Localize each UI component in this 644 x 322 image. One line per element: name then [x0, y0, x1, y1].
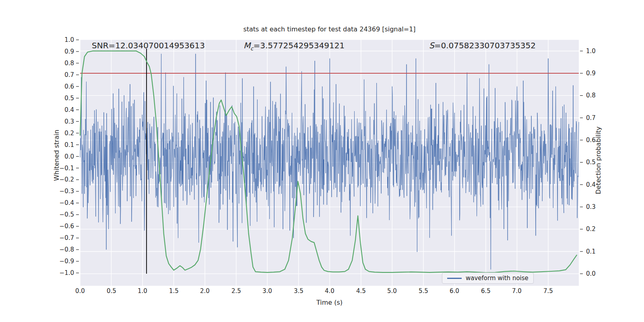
x-tick-label: 2.5 [224, 287, 248, 295]
s-value: =0.07582330703735352 [434, 41, 536, 50]
x-tick-label: 7.5 [536, 287, 560, 295]
legend-line-swatch [447, 278, 462, 279]
y-left-tick-label: 0.4 [53, 106, 74, 114]
y-left-tick-label: −0.2 [53, 176, 74, 183]
figure: stats at each timestep for test data 243… [0, 0, 644, 322]
x-tick-label: 4.5 [349, 287, 373, 295]
y-left-tick-label: 0.0 [53, 153, 74, 160]
x-tick-label: 0.0 [68, 287, 92, 295]
x-tick-label: 7.0 [505, 287, 529, 295]
x-tick-label: 0.5 [99, 287, 124, 295]
y-right-tick-label: 0.0 [586, 270, 607, 277]
x-tick-label: 3.0 [255, 287, 279, 295]
y-left-tick-label: 0.9 [53, 48, 74, 55]
mc-value: =3.577254295349121 [253, 41, 345, 50]
y-left-tick-label: −0.4 [53, 199, 74, 206]
y-left-tick-label: 0.3 [53, 118, 74, 125]
x-tick-label: 4.0 [318, 287, 342, 295]
legend: waveform with noise [442, 272, 534, 284]
y-right-tick-label: 0.5 [586, 159, 607, 166]
y-left-tick-label: −0.9 [53, 258, 74, 265]
mc-symbol: M [244, 41, 250, 50]
y-right-tick-label: 0.2 [586, 225, 607, 233]
annotation-s-stat: S=0.07582330703735352 [429, 41, 536, 50]
legend-label: waveform with noise [466, 275, 528, 282]
y-left-tick-label: −0.8 [53, 246, 74, 253]
x-tick-label: 6.5 [474, 287, 498, 295]
y-left-tick-label: −1.0 [53, 269, 74, 277]
y-left-tick-label: 0.5 [53, 95, 74, 102]
y-right-tick-label: 0.3 [586, 203, 607, 211]
y-left-tick-label: 1.0 [53, 36, 74, 43]
y-left-tick-label: 0.7 [53, 71, 74, 78]
y-right-tick-label: 0.7 [586, 114, 607, 122]
s-symbol: S [429, 41, 434, 50]
y-right-tick-label: 0.1 [586, 248, 607, 255]
y-right-tick-label: 0.4 [586, 181, 607, 188]
x-tick-label: 5.0 [380, 287, 404, 295]
y-left-tick-label: 0.8 [53, 60, 74, 67]
y-left-tick-label: 0.2 [53, 130, 74, 137]
x-tick-label: 6.0 [442, 287, 466, 295]
y-left-tick-label: −0.5 [53, 211, 74, 218]
y-left-tick-label: 0.6 [53, 83, 74, 90]
y-right-tick-label: 1.0 [586, 47, 607, 55]
y-left-tick-label: −0.3 [53, 188, 74, 195]
x-tick-label: 2.0 [193, 287, 217, 295]
x-tick-label: 5.5 [411, 287, 436, 295]
y-left-tick-label: 0.1 [53, 141, 74, 149]
x-tick-label: 1.0 [130, 287, 155, 295]
x-axis-label: Time (s) [80, 299, 579, 306]
y-right-tick-label: 0.9 [586, 70, 607, 77]
y-left-tick-label: −0.6 [53, 223, 74, 230]
y-left-tick-label: −0.1 [53, 165, 74, 172]
y-right-tick-label: 0.8 [586, 92, 607, 99]
annotation-snr: SNR=12.034070014953613 [92, 41, 205, 50]
figure-title: stats at each timestep for test data 243… [80, 25, 579, 33]
y-right-tick-label: 0.6 [586, 136, 607, 144]
y-left-tick-label: −0.7 [53, 234, 74, 242]
annotation-chirp-mass: Mc=3.577254295349121 [244, 41, 345, 52]
x-tick-label: 3.5 [287, 287, 311, 295]
x-tick-label: 1.5 [162, 287, 186, 295]
